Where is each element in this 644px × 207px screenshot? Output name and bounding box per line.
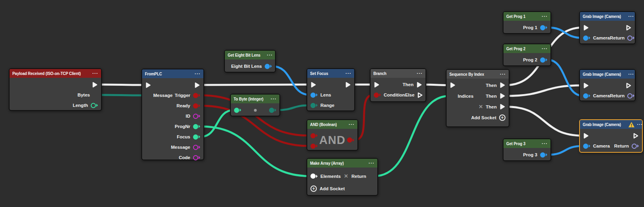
wire-teal[interactable] [201,110,234,137]
node-menu-button[interactable]: ··· [417,71,423,75]
wire-blue[interactable] [548,146,583,155]
socket-pin-trigger[interactable] [193,93,200,98]
exec-pin-exec_out[interactable] [92,81,98,88]
array-socket-pin-bytes[interactable] [93,93,98,98]
node-gp2[interactable]: Get Prog 2···Prog 2 [503,43,551,66]
socket-pin-elements[interactable] [310,173,318,179]
socket-pin-camera[interactable] [583,93,590,99]
node-menu-button[interactable]: ··· [637,122,642,126]
socket-pin-out[interactable] [540,152,547,158]
node-lens8[interactable]: Get Eight Bit Lens···Eight Bit Lens [224,50,276,73]
node-branch[interactable]: Branch···ThenConditionElse [370,68,426,102]
node-menu-button[interactable]: ··· [92,71,98,75]
node-menu-button[interactable]: ··· [195,72,201,76]
node-menu-button[interactable]: ··· [542,14,548,18]
node-title: Sequence By Index [449,72,492,77]
socket-label: Camera [593,144,610,148]
node-fromplc[interactable]: FromPLC···MessageTriggerReadyIDProgNrFoc… [141,69,204,160]
exec-pin-then1[interactable] [500,82,505,89]
socket-pin-out[interactable] [540,57,547,63]
exec-pin-exec_in[interactable] [145,82,151,89]
node-menu-button[interactable]: ··· [349,122,355,126]
node-setfocus[interactable]: Set Focus···LensRange [306,68,355,111]
socket-pin-condition[interactable] [374,93,381,98]
wire-teal_dark[interactable] [98,95,145,95]
add-socket-button[interactable]: + [499,114,505,121]
wire-blue[interactable] [548,28,583,38]
socket-pin-lens[interactable] [310,93,318,98]
exec-pin-else[interactable] [417,92,423,99]
socket-pin-in[interactable] [234,108,241,113]
socket-pin-id[interactable] [193,114,200,119]
socket-pin-length[interactable] [91,103,98,108]
wire-exec[interactable] [506,107,583,136]
socket-pin-camera[interactable] [583,35,590,41]
exec-pin-exec_out[interactable] [345,81,351,88]
socket-pin-return[interactable] [632,144,639,149]
node-grab1[interactable]: Grab Image (Camera)···CameraReturn [579,11,636,44]
node-grab3[interactable]: Grab Image (Camera)···CameraReturn [579,119,643,153]
node-menu-button[interactable]: ··· [271,97,277,101]
exec-pin-exec_in[interactable] [450,82,456,89]
socket-pin-prognr[interactable] [193,124,200,129]
graph-canvas[interactable]: Payload Received (ISO-on-TCP Client)···B… [0,0,644,207]
socket-label: Return [614,144,629,148]
node-tobyte[interactable]: To Byte (Integer)··· [230,94,280,116]
node-and[interactable]: AND (Boolean)···AND [306,119,358,151]
socket-pin-code[interactable] [193,155,200,160]
exec-pin-exec_in[interactable] [310,81,316,88]
exec-pin-then[interactable] [416,81,422,88]
exec-pin-then2[interactable] [500,93,505,99]
exec-pin-exec_in[interactable] [583,82,589,89]
socket-pin-return[interactable] [627,35,634,41]
array-socket-pin-return[interactable] [369,173,374,179]
exec-pin-exec_out[interactable] [626,82,632,89]
socket-pin-return[interactable] [627,93,634,99]
node-gp1[interactable]: Get Prog 1···Prog 1 [503,11,551,34]
socket-pin-out[interactable] [269,108,276,113]
node-grab2[interactable]: Grab Image (Camera)···CameraReturn [579,69,636,101]
socket-pin-range[interactable] [310,103,318,108]
exec-pin-then3[interactable] [500,103,505,110]
node-seq[interactable]: Sequence By Index···ThenIndicesThen✕Then… [446,69,509,127]
remove-socket-button[interactable]: ✕ [479,104,483,109]
exec-pin-exec_in[interactable] [374,81,380,88]
wire-exec[interactable] [423,85,449,85]
node-gp3[interactable]: Get Prog 3···Prog 3 [503,138,551,161]
node-menu-button[interactable]: ··· [500,72,506,76]
row-right-group: Return [351,173,374,179]
remove-socket-button[interactable]: ✕ [344,173,348,179]
socket-pin-out[interactable] [540,25,547,30]
node-title: FromPLC [145,71,187,76]
add-socket-button[interactable]: + [310,185,317,192]
array-socket-pin-indices[interactable] [450,93,455,99]
node-menu-button[interactable]: ··· [628,14,634,18]
socket-pin-message_out[interactable] [193,145,200,150]
node-menu-button[interactable]: ··· [542,142,548,146]
socket-pin-ready[interactable] [193,103,200,108]
socket-pin-focus[interactable] [193,134,200,140]
row-right-group: Code [179,155,200,160]
wire-blue[interactable] [548,60,583,96]
node-menu-button[interactable]: ··· [345,71,351,75]
row-center-group: ✕ [341,173,351,179]
wire-teal_dark[interactable] [277,105,310,110]
node-payload[interactable]: Payload Received (ISO-on-TCP Client)···B… [9,68,102,111]
socket-pin-out[interactable] [265,64,272,69]
wire-exec[interactable] [98,85,145,85]
exec-pin-exec_out[interactable] [194,82,200,89]
socket-pin-out[interactable] [347,138,354,143]
socket-pin-camera[interactable] [583,144,590,149]
wire-blue[interactable] [272,66,310,95]
node-menu-button[interactable]: ··· [628,72,634,76]
node-menu-button[interactable]: ··· [369,161,375,165]
exec-pin-exec_in[interactable] [583,24,589,31]
exec-pin-exec_in[interactable] [583,132,589,139]
array-socket-pin-message_in[interactable] [145,93,150,98]
exec-pin-exec_out[interactable] [633,132,639,139]
node-makearray[interactable]: Make Array (Array)···Elements✕Return+Add… [306,158,378,196]
node-menu-button[interactable]: ··· [267,53,273,57]
wire-teal[interactable] [375,96,449,176]
exec-pin-exec_out[interactable] [626,24,632,31]
node-menu-button[interactable]: ··· [542,47,548,51]
